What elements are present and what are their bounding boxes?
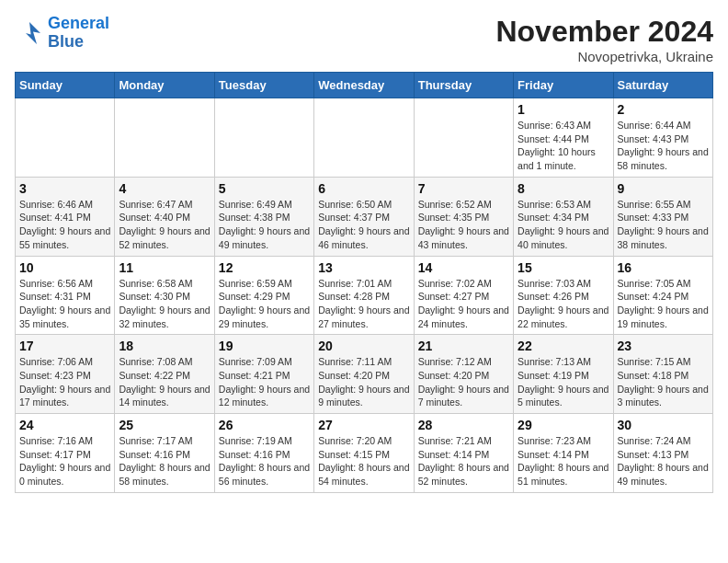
page-header: General Blue November 2024 Novopetrivka,…	[15, 15, 713, 64]
day-number: 19	[219, 339, 310, 353]
day-info: Sunrise: 6:44 AM Sunset: 4:43 PM Dayligh…	[618, 119, 709, 173]
day-info: Sunrise: 7:08 AM Sunset: 4:22 PM Dayligh…	[119, 355, 210, 409]
calendar-cell: 11Sunrise: 6:58 AM Sunset: 4:30 PM Dayli…	[115, 256, 214, 335]
calendar-cell	[16, 98, 115, 178]
day-number: 15	[518, 260, 609, 275]
logo-line2: Blue	[48, 33, 109, 52]
day-number: 7	[418, 181, 509, 196]
day-info: Sunrise: 6:49 AM Sunset: 4:38 PM Dayligh…	[219, 198, 310, 252]
day-number: 1	[518, 102, 609, 117]
day-number: 3	[19, 181, 110, 196]
day-info: Sunrise: 7:11 AM Sunset: 4:20 PM Dayligh…	[318, 355, 409, 409]
day-number: 27	[318, 418, 409, 432]
day-number: 14	[418, 260, 509, 275]
day-number: 2	[618, 102, 709, 117]
calendar-cell: 1Sunrise: 6:43 AM Sunset: 4:44 PM Daylig…	[514, 98, 613, 178]
day-info: Sunrise: 7:13 AM Sunset: 4:19 PM Dayligh…	[518, 355, 609, 409]
calendar-cell	[414, 98, 513, 178]
day-number: 12	[219, 260, 310, 275]
day-number: 6	[318, 181, 409, 196]
calendar-week-5: 24Sunrise: 7:16 AM Sunset: 4:17 PM Dayli…	[16, 414, 713, 493]
calendar-cell: 18Sunrise: 7:08 AM Sunset: 4:22 PM Dayli…	[115, 335, 214, 414]
day-number: 26	[219, 418, 310, 432]
calendar-week-1: 1Sunrise: 6:43 AM Sunset: 4:44 PM Daylig…	[16, 98, 713, 178]
logo-text: General Blue	[48, 15, 109, 52]
calendar-cell: 3Sunrise: 6:46 AM Sunset: 4:41 PM Daylig…	[16, 177, 115, 256]
day-info: Sunrise: 6:58 AM Sunset: 4:30 PM Dayligh…	[119, 277, 210, 331]
day-info: Sunrise: 7:20 AM Sunset: 4:15 PM Dayligh…	[318, 434, 409, 488]
day-number: 25	[119, 418, 210, 432]
location: Novopetrivka, Ukraine	[495, 49, 713, 64]
logo-icon	[15, 18, 44, 48]
calendar-cell: 13Sunrise: 7:01 AM Sunset: 4:28 PM Dayli…	[314, 256, 414, 335]
weekday-header-row: SundayMondayTuesdayWednesdayThursdayFrid…	[16, 73, 713, 98]
calendar-cell	[214, 98, 313, 178]
calendar-cell: 22Sunrise: 7:13 AM Sunset: 4:19 PM Dayli…	[514, 335, 613, 414]
day-info: Sunrise: 7:01 AM Sunset: 4:28 PM Dayligh…	[318, 277, 409, 331]
calendar-cell: 15Sunrise: 7:03 AM Sunset: 4:26 PM Dayli…	[514, 256, 613, 335]
weekday-header-thursday: Thursday	[414, 73, 513, 98]
day-number: 21	[418, 339, 509, 353]
day-number: 22	[518, 339, 609, 353]
day-info: Sunrise: 7:19 AM Sunset: 4:16 PM Dayligh…	[219, 434, 310, 488]
day-info: Sunrise: 7:21 AM Sunset: 4:14 PM Dayligh…	[418, 434, 509, 488]
weekday-header-friday: Friday	[514, 73, 613, 98]
day-info: Sunrise: 7:17 AM Sunset: 4:16 PM Dayligh…	[119, 434, 210, 488]
day-number: 9	[618, 181, 709, 196]
day-info: Sunrise: 7:16 AM Sunset: 4:17 PM Dayligh…	[19, 434, 110, 488]
calendar-cell: 25Sunrise: 7:17 AM Sunset: 4:16 PM Dayli…	[115, 414, 214, 493]
day-info: Sunrise: 7:06 AM Sunset: 4:23 PM Dayligh…	[19, 355, 110, 409]
calendar-cell: 20Sunrise: 7:11 AM Sunset: 4:20 PM Dayli…	[314, 335, 414, 414]
calendar-cell: 27Sunrise: 7:20 AM Sunset: 4:15 PM Dayli…	[314, 414, 414, 493]
day-number: 8	[518, 181, 609, 196]
day-info: Sunrise: 6:59 AM Sunset: 4:29 PM Dayligh…	[219, 277, 310, 331]
day-info: Sunrise: 6:52 AM Sunset: 4:35 PM Dayligh…	[418, 198, 509, 252]
calendar-cell: 29Sunrise: 7:23 AM Sunset: 4:14 PM Dayli…	[514, 414, 613, 493]
calendar-cell: 24Sunrise: 7:16 AM Sunset: 4:17 PM Dayli…	[16, 414, 115, 493]
calendar-week-4: 17Sunrise: 7:06 AM Sunset: 4:23 PM Dayli…	[16, 335, 713, 414]
day-info: Sunrise: 7:24 AM Sunset: 4:13 PM Dayligh…	[618, 434, 709, 488]
logo: General Blue	[15, 15, 109, 52]
calendar-cell: 7Sunrise: 6:52 AM Sunset: 4:35 PM Daylig…	[414, 177, 513, 256]
day-info: Sunrise: 6:53 AM Sunset: 4:34 PM Dayligh…	[518, 198, 609, 252]
day-info: Sunrise: 7:02 AM Sunset: 4:27 PM Dayligh…	[418, 277, 509, 331]
weekday-header-saturday: Saturday	[613, 73, 712, 98]
day-info: Sunrise: 6:55 AM Sunset: 4:33 PM Dayligh…	[618, 198, 709, 252]
day-number: 30	[618, 418, 709, 432]
calendar-week-2: 3Sunrise: 6:46 AM Sunset: 4:41 PM Daylig…	[16, 177, 713, 256]
day-number: 18	[119, 339, 210, 353]
calendar-cell: 10Sunrise: 6:56 AM Sunset: 4:31 PM Dayli…	[16, 256, 115, 335]
day-number: 4	[119, 181, 210, 196]
calendar-cell: 12Sunrise: 6:59 AM Sunset: 4:29 PM Dayli…	[214, 256, 313, 335]
day-number: 11	[119, 260, 210, 275]
day-number: 20	[318, 339, 409, 353]
day-number: 16	[618, 260, 709, 275]
day-number: 28	[418, 418, 509, 432]
day-info: Sunrise: 7:23 AM Sunset: 4:14 PM Dayligh…	[518, 434, 609, 488]
calendar-cell: 8Sunrise: 6:53 AM Sunset: 4:34 PM Daylig…	[514, 177, 613, 256]
svg-marker-0	[26, 22, 40, 44]
day-info: Sunrise: 7:05 AM Sunset: 4:24 PM Dayligh…	[618, 277, 709, 331]
day-number: 13	[318, 260, 409, 275]
day-number: 17	[19, 339, 110, 353]
day-number: 23	[618, 339, 709, 353]
calendar-cell: 4Sunrise: 6:47 AM Sunset: 4:40 PM Daylig…	[115, 177, 214, 256]
day-info: Sunrise: 6:50 AM Sunset: 4:37 PM Dayligh…	[318, 198, 409, 252]
calendar-cell: 30Sunrise: 7:24 AM Sunset: 4:13 PM Dayli…	[613, 414, 712, 493]
calendar-cell: 6Sunrise: 6:50 AM Sunset: 4:37 PM Daylig…	[314, 177, 414, 256]
calendar-cell	[115, 98, 214, 178]
calendar-cell	[314, 98, 414, 178]
calendar-cell: 17Sunrise: 7:06 AM Sunset: 4:23 PM Dayli…	[16, 335, 115, 414]
calendar-cell: 9Sunrise: 6:55 AM Sunset: 4:33 PM Daylig…	[613, 177, 712, 256]
calendar-table: SundayMondayTuesdayWednesdayThursdayFrid…	[15, 72, 713, 493]
weekday-header-tuesday: Tuesday	[214, 73, 313, 98]
day-info: Sunrise: 6:56 AM Sunset: 4:31 PM Dayligh…	[19, 277, 110, 331]
day-number: 5	[219, 181, 310, 196]
calendar-cell: 26Sunrise: 7:19 AM Sunset: 4:16 PM Dayli…	[214, 414, 313, 493]
title-section: November 2024 Novopetrivka, Ukraine	[495, 15, 713, 64]
calendar-cell: 19Sunrise: 7:09 AM Sunset: 4:21 PM Dayli…	[214, 335, 313, 414]
weekday-header-monday: Monday	[115, 73, 214, 98]
day-info: Sunrise: 7:15 AM Sunset: 4:18 PM Dayligh…	[618, 355, 709, 409]
calendar-cell: 2Sunrise: 6:44 AM Sunset: 4:43 PM Daylig…	[613, 98, 712, 178]
day-info: Sunrise: 6:47 AM Sunset: 4:40 PM Dayligh…	[119, 198, 210, 252]
